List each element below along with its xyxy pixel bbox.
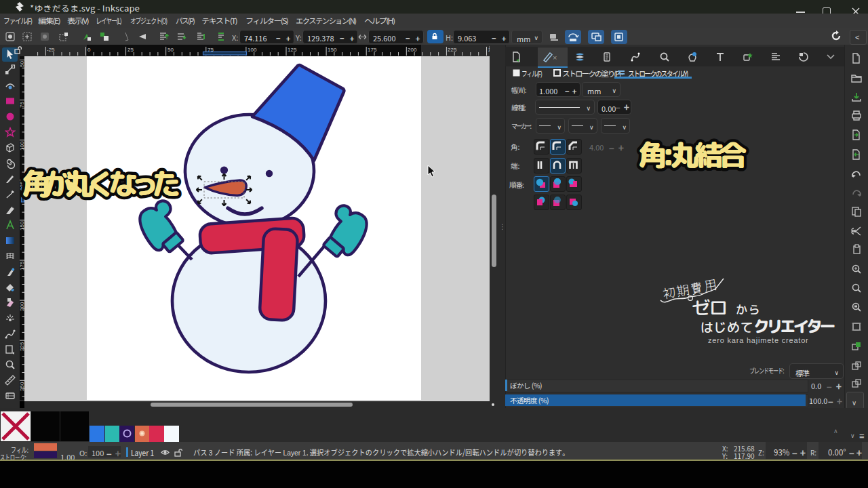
svg-text:225: 225 bbox=[20, 342, 24, 351]
svg-text:zero kara hajimete creator: zero kara hajimete creator bbox=[708, 336, 809, 344]
svg-text:100: 100 bbox=[248, 47, 257, 53]
svg-text:ゼロ: ゼロ bbox=[692, 295, 727, 321]
svg-text:225: 225 bbox=[448, 47, 457, 53]
svg-text:150: 150 bbox=[20, 221, 24, 230]
svg-text:125: 125 bbox=[288, 47, 297, 53]
svg-text:200: 200 bbox=[20, 302, 24, 311]
svg-text:50: 50 bbox=[167, 47, 174, 53]
svg-text:はじめて: はじめて bbox=[701, 319, 753, 336]
svg-text:0: 0 bbox=[87, 47, 91, 53]
svg-text:200: 200 bbox=[408, 47, 417, 53]
svg-text:75: 75 bbox=[20, 102, 24, 108]
svg-text:250: 250 bbox=[20, 382, 24, 391]
svg-text:175: 175 bbox=[20, 261, 24, 270]
svg-text:150: 150 bbox=[328, 47, 337, 53]
svg-text:175: 175 bbox=[368, 47, 377, 53]
svg-text:-25: -25 bbox=[47, 47, 55, 53]
svg-text:25: 25 bbox=[127, 47, 134, 53]
svg-text:50: 50 bbox=[20, 61, 24, 67]
svg-text:100: 100 bbox=[20, 141, 24, 150]
svg-text:角が丸くなった: 角が丸くなった bbox=[22, 163, 179, 204]
svg-text:クリエイター: クリエイター bbox=[753, 314, 835, 338]
svg-text:角:丸結合: 角:丸結合 bbox=[638, 135, 747, 174]
